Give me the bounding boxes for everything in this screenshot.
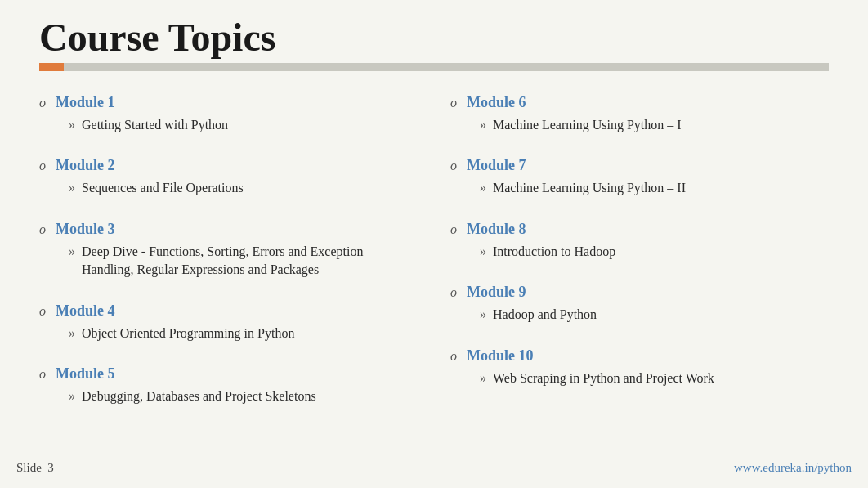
bullet-icon: o [39, 304, 46, 319]
sub-bullet-icon: » [69, 326, 75, 341]
module-9-content: » Hadoop and Python [450, 306, 829, 324]
bullet-icon: o [39, 367, 46, 382]
module-3-title: Module 3 [56, 221, 115, 238]
list-item: o Module 1 » Getting Started with Python [39, 94, 418, 134]
website-url: www.edureka.in/python [734, 461, 852, 475]
list-item: o Module 6 » Machine Learning Using Pyth… [450, 94, 829, 134]
module-3-content: » Deep Dive - Functions, Sorting, Errors… [39, 243, 418, 280]
module-3-header: o Module 3 [39, 221, 418, 238]
list-item: o Module 2 » Sequences and File Operatio… [39, 157, 418, 197]
sub-bullet-icon: » [480, 244, 486, 259]
right-column: o Module 6 » Machine Learning Using Pyth… [450, 94, 829, 428]
list-item: o Module 9 » Hadoop and Python [450, 284, 829, 324]
bullet-icon: o [39, 222, 46, 237]
content-area: o Module 1 » Getting Started with Python… [0, 78, 868, 428]
module-6-header: o Module 6 [450, 94, 829, 111]
module-5-desc: Debugging, Databases and Project Skeleto… [82, 387, 316, 405]
bullet-icon: o [39, 96, 46, 110]
module-2-content: » Sequences and File Operations [39, 179, 418, 197]
module-7-desc: Machine Learning Using Python – II [493, 179, 686, 197]
module-4-header: o Module 4 [39, 302, 418, 320]
header-section: Course Topics [0, 0, 868, 78]
page-title: Course Topics [39, 15, 829, 60]
module-6-title: Module 6 [467, 94, 526, 111]
module-2-desc: Sequences and File Operations [82, 179, 244, 197]
module-10-header: o Module 10 [450, 347, 829, 365]
sub-bullet-icon: » [69, 181, 75, 195]
module-1-title: Module 1 [56, 94, 115, 111]
sub-bullet-icon: » [480, 181, 486, 195]
sub-bullet-icon: » [69, 118, 75, 132]
module-8-title: Module 8 [467, 221, 526, 238]
module-10-title: Module 10 [467, 347, 534, 365]
module-1-header: o Module 1 [39, 94, 418, 111]
module-4-title: Module 4 [56, 302, 115, 320]
left-column: o Module 1 » Getting Started with Python… [39, 94, 418, 428]
sub-bullet-icon: » [69, 244, 75, 259]
bullet-icon: o [450, 159, 457, 173]
bullet-icon: o [450, 349, 457, 364]
sub-bullet-icon: » [480, 118, 486, 132]
module-1-desc: Getting Started with Python [82, 116, 228, 134]
module-6-desc: Machine Learning Using Python – I [493, 116, 682, 134]
module-7-content: » Machine Learning Using Python – II [450, 179, 829, 197]
module-1-content: » Getting Started with Python [39, 116, 418, 134]
module-4-desc: Object Oriented Programming in Python [82, 325, 294, 342]
list-item: o Module 7 » Machine Learning Using Pyth… [450, 157, 829, 197]
bullet-icon: o [450, 222, 457, 237]
footer: Slide 3 www.edureka.in/python [0, 461, 868, 475]
list-item: o Module 4 » Object Oriented Programming… [39, 302, 418, 342]
module-5-content: » Debugging, Databases and Project Skele… [39, 387, 418, 405]
module-6-content: » Machine Learning Using Python – I [450, 116, 829, 134]
sub-bullet-icon: » [480, 371, 486, 386]
module-8-content: » Introduction to Hadoop [450, 243, 829, 261]
module-5-header: o Module 5 [39, 365, 418, 383]
module-2-title: Module 2 [56, 157, 115, 174]
list-item: o Module 5 » Debugging, Databases and Pr… [39, 365, 418, 405]
sub-bullet-icon: » [480, 307, 486, 322]
module-9-title: Module 9 [467, 284, 526, 301]
bullet-icon: o [450, 285, 457, 300]
module-4-content: » Object Oriented Programming in Python [39, 325, 418, 342]
module-10-content: » Web Scraping in Python and Project Wor… [450, 369, 829, 387]
bullet-icon: o [39, 159, 46, 173]
bullet-icon: o [450, 96, 457, 110]
module-7-title: Module 7 [467, 157, 526, 174]
list-item: o Module 10 » Web Scraping in Python and… [450, 347, 829, 387]
module-8-desc: Introduction to Hadoop [493, 243, 615, 261]
list-item: o Module 3 » Deep Dive - Functions, Sort… [39, 221, 418, 280]
slide-number: Slide 3 [16, 461, 54, 475]
progress-bar-fill [39, 63, 64, 71]
module-7-header: o Module 7 [450, 157, 829, 174]
module-3-desc: Deep Dive - Functions, Sorting, Errors a… [82, 243, 418, 280]
module-8-header: o Module 8 [450, 221, 829, 238]
module-2-header: o Module 2 [39, 157, 418, 174]
sub-bullet-icon: » [69, 389, 75, 404]
list-item: o Module 8 » Introduction to Hadoop [450, 221, 829, 261]
module-10-desc: Web Scraping in Python and Project Work [493, 369, 714, 387]
module-9-desc: Hadoop and Python [493, 306, 597, 324]
module-9-header: o Module 9 [450, 284, 829, 301]
progress-bar-container [39, 63, 829, 71]
module-5-title: Module 5 [56, 365, 115, 383]
